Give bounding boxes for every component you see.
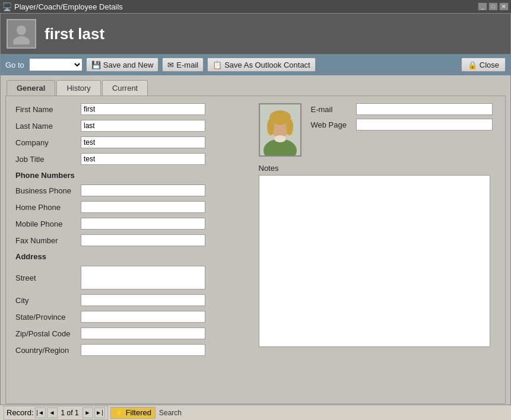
- company-input[interactable]: [81, 136, 205, 148]
- web-page-label: Web Page: [311, 120, 353, 129]
- record-prev-button[interactable]: ◄: [47, 408, 58, 418]
- header-bar: first last: [1, 14, 510, 54]
- fax-label: Fax Number: [15, 236, 81, 245]
- record-first-button[interactable]: |◄: [35, 408, 46, 418]
- filtered-button[interactable]: ⚡ Filtered: [110, 407, 155, 419]
- title-bar: 🖥️ Player/Coach/Employee Details _ □ ✕: [0, 0, 511, 13]
- zip-input[interactable]: [81, 327, 205, 339]
- job-title-row: Job Title: [15, 153, 253, 165]
- notes-area: Notes: [259, 164, 490, 349]
- close-icon: 🔒: [468, 61, 477, 69]
- country-row: Country/Region: [15, 344, 253, 356]
- city-input[interactable]: [81, 294, 205, 306]
- job-title-label: Job Title: [15, 155, 81, 164]
- header-name: first last: [45, 25, 104, 43]
- save-and-new-button[interactable]: 💾 Save and New: [86, 58, 159, 72]
- city-label: City: [15, 296, 81, 305]
- fax-row: Fax Number: [15, 234, 253, 246]
- close-button[interactable]: 🔒 Close: [461, 58, 506, 72]
- business-phone-row: Business Phone: [15, 184, 253, 196]
- street-input[interactable]: [81, 266, 205, 289]
- last-name-input[interactable]: [81, 120, 205, 132]
- goto-select[interactable]: [29, 58, 82, 71]
- photo-box[interactable]: [259, 103, 301, 157]
- record-info: 1 of 1: [59, 409, 81, 417]
- form-panel: First Name Last Name Company Job Title P…: [5, 96, 506, 404]
- business-phone-label: Business Phone: [15, 186, 81, 195]
- last-name-row: Last Name: [15, 120, 253, 132]
- notes-label: Notes: [259, 164, 490, 173]
- goto-label: Go to: [5, 61, 24, 69]
- app-icon: 🖥️: [2, 2, 12, 11]
- svg-point-0: [17, 26, 26, 35]
- header-avatar: [7, 19, 36, 49]
- city-row: City: [15, 294, 253, 306]
- person-photo-svg: [260, 104, 300, 155]
- zip-label: Zip/Postal Code: [15, 329, 81, 338]
- first-name-label: First Name: [15, 105, 81, 114]
- save-outlook-button[interactable]: 📋 Save As Outlook Contact: [207, 58, 316, 72]
- svg-point-8: [274, 135, 286, 142]
- tab-history[interactable]: History: [56, 80, 100, 96]
- street-row: Street: [15, 266, 253, 289]
- mobile-phone-input[interactable]: [81, 218, 205, 230]
- filter-icon: ⚡: [115, 408, 124, 417]
- home-phone-row: Home Phone: [15, 201, 253, 213]
- home-phone-label: Home Phone: [15, 203, 81, 212]
- record-navigator: Record: |◄ ◄ 1 of 1 ► ►|: [4, 406, 108, 420]
- company-row: Company: [15, 136, 253, 148]
- toolbar: Go to 💾 Save and New ✉ E-mail 📋 Save As …: [1, 54, 510, 75]
- state-row: State/Province: [15, 311, 253, 323]
- web-page-row: Web Page: [311, 119, 496, 131]
- status-bar: Record: |◄ ◄ 1 of 1 ► ►| ⚡ Filtered Sear…: [0, 405, 511, 420]
- search-label: Search: [159, 409, 182, 417]
- outlook-icon: 📋: [212, 61, 222, 69]
- tab-general[interactable]: General: [7, 80, 55, 96]
- record-last-button[interactable]: ►|: [94, 408, 105, 418]
- minimize-button[interactable]: _: [478, 2, 487, 11]
- phone-section-title: Phone Numbers: [15, 171, 253, 180]
- restore-button[interactable]: □: [488, 2, 498, 11]
- email-web-container: E-mail Web Page: [311, 103, 496, 161]
- state-label: State/Province: [15, 313, 81, 322]
- close-window-button[interactable]: ✕: [499, 2, 509, 11]
- svg-point-7: [286, 119, 293, 135]
- country-input[interactable]: [81, 344, 205, 356]
- window-controls: _ □ ✕: [478, 2, 509, 11]
- notes-textarea[interactable]: [259, 175, 490, 347]
- record-label: Record:: [7, 408, 34, 417]
- email-row: E-mail: [311, 103, 496, 115]
- fax-input[interactable]: [81, 234, 205, 246]
- business-phone-input[interactable]: [81, 184, 205, 196]
- main-window: first last Go to 💾 Save and New ✉ E-mail…: [0, 13, 511, 420]
- first-name-row: First Name: [15, 103, 253, 115]
- job-title-input[interactable]: [81, 153, 205, 165]
- svg-point-1: [13, 36, 30, 44]
- email-label: E-mail: [311, 105, 353, 114]
- save-new-icon: 💾: [91, 61, 101, 69]
- address-section-title: Address: [15, 252, 253, 261]
- home-phone-input[interactable]: [81, 201, 205, 213]
- mobile-phone-row: Mobile Phone: [15, 218, 253, 230]
- zip-row: Zip/Postal Code: [15, 327, 253, 339]
- email-icon: ✉: [167, 61, 174, 69]
- email-button[interactable]: ✉ E-mail: [162, 58, 204, 72]
- mobile-phone-label: Mobile Phone: [15, 219, 81, 228]
- state-input[interactable]: [81, 311, 205, 323]
- country-label: Country/Region: [15, 346, 81, 355]
- photo-container: [259, 103, 301, 161]
- form-left-col: First Name Last Name Company Job Title P…: [15, 103, 253, 361]
- svg-point-6: [267, 119, 274, 135]
- first-name-input[interactable]: [81, 103, 205, 115]
- record-next-button[interactable]: ►: [82, 408, 93, 418]
- tab-current[interactable]: Current: [102, 80, 148, 96]
- form-right-col: E-mail Web Page Notes: [259, 103, 496, 361]
- web-page-input[interactable]: [356, 119, 493, 131]
- company-label: Company: [15, 138, 81, 147]
- email-input[interactable]: [356, 103, 493, 115]
- street-label: Street: [15, 273, 81, 282]
- last-name-label: Last Name: [15, 122, 81, 131]
- tab-bar: General History Current: [1, 75, 510, 96]
- window-title: Player/Coach/Employee Details: [14, 2, 123, 11]
